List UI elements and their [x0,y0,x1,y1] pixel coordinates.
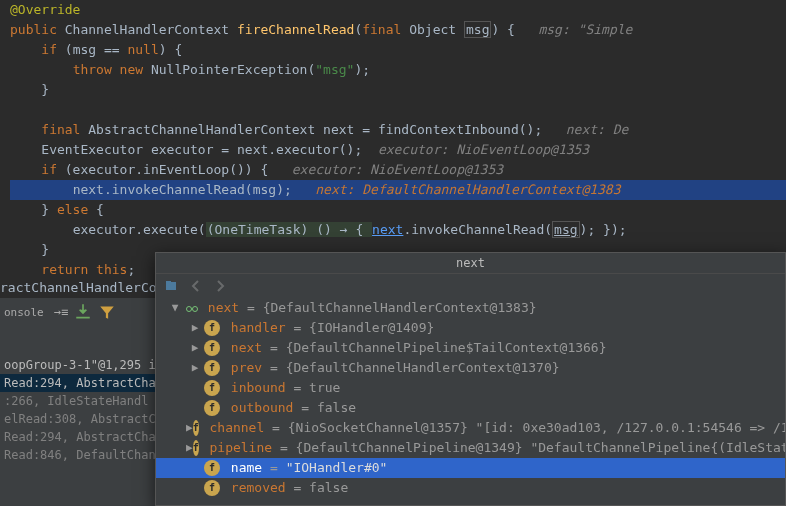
var-value: {NioSocketChannel@1357} "[id: 0xe30ad103… [288,418,785,438]
var-name: channel [202,418,265,438]
var-name: removed [223,478,286,498]
chevron-right-icon[interactable]: ▶ [186,318,204,338]
method-name: fireChannelRead [237,22,354,37]
param-msg: msg [464,21,491,38]
var-value: {DefaultChannelPipeline$TailContext@1366… [286,338,607,358]
field-icon: f [204,460,220,476]
var-value: {DefaultChannelHandlerContext@1370} [286,358,560,378]
forward-icon[interactable] [212,278,228,294]
var-name: prev [223,358,262,378]
var-name: next [200,298,239,318]
frame-row[interactable]: oopGroup-3-1"@1,295 i [0,356,155,374]
tree-row[interactable]: f name = "IOHandler#0" [156,458,785,478]
frame-row[interactable]: Read:294, AbstractCha [0,428,155,446]
tree-row[interactable]: ▶f handler = {IOHandler@1409} [156,318,785,338]
tree-row[interactable]: ▶f pipeline = {DefaultChannelPipeline@13… [156,438,785,458]
code-editor[interactable]: @Override public ChannelHandlerContext f… [0,0,786,280]
popup-toolbar [156,274,785,298]
var-value: "IOHandler#0" [286,458,388,478]
download-icon[interactable] [74,303,92,321]
var-name: next [223,338,262,358]
svg-point-3 [193,307,198,312]
chevron-right-icon[interactable]: ▶ [186,358,204,378]
frame-row-selected[interactable]: Read:294, AbstractCha [0,374,155,392]
chevron-right-icon[interactable]: ▶ [186,338,204,358]
tree-row[interactable]: ▶f next = {DefaultChannelPipeline$TailCo… [156,338,785,358]
svg-point-2 [187,307,192,312]
field-icon: f [193,440,199,456]
glasses-icon [184,300,200,316]
var-name: inbound [223,378,286,398]
var-value: {DefaultChannelPipeline@1349} "DefaultCh… [296,438,785,458]
field-icon: f [204,320,220,336]
var-name: name [223,458,262,478]
field-icon: f [204,480,220,496]
console-label[interactable]: onsole [4,306,44,319]
variable-tree[interactable]: ▼ next = {DefaultChannelHandlerContext@1… [156,298,785,498]
var-name: handler [223,318,286,338]
var-value: false [309,478,348,498]
tree-row[interactable]: f outbound = false [156,398,785,418]
back-icon[interactable] [188,278,204,294]
inline-hint: executor: NioEventLoop@1353 [378,142,589,157]
execution-line[interactable]: next.invokeChannelRead(msg); next: Defau… [10,180,786,200]
variable-inspector-popup[interactable]: next ▼ next = {DefaultChannelHandlerCont… [155,252,786,506]
new-folder-icon[interactable] [164,278,180,294]
var-value: false [317,398,356,418]
link-next[interactable]: next [372,222,403,237]
chevron-down-icon[interactable]: ▼ [166,298,184,318]
truncated-text: ractChannelHandlerCo [0,278,157,298]
inline-hint: executor: NioEventLoop@1353 [292,162,503,177]
annotation: @Override [10,2,80,17]
chevron-right-icon[interactable]: ▶ [186,438,193,458]
field-icon: f [204,400,220,416]
field-icon: f [204,340,220,356]
svg-rect-0 [166,282,176,290]
popup-title: next [156,253,785,274]
tree-row[interactable]: ▼ next = {DefaultChannelHandlerContext@1… [156,298,785,318]
inline-hint: next: DefaultChannelHandlerContext@1383 [315,182,620,197]
spacer [186,398,204,418]
svg-rect-1 [166,281,171,283]
tree-row[interactable]: ▶f channel = {NioSocketChannel@1357} "[i… [156,418,785,438]
field-icon: f [204,380,220,396]
var-value: true [309,378,340,398]
filter-icon[interactable] [98,303,116,321]
inline-hint: msg: "Simple [538,22,632,37]
field-icon: f [193,420,199,436]
keyword: public [10,22,65,37]
tree-row[interactable]: f inbound = true [156,378,785,398]
spacer [186,458,204,478]
var-name: pipeline [202,438,272,458]
spacer [186,378,204,398]
chevron-right-icon[interactable]: ▶ [186,418,193,438]
field-icon: f [204,360,220,376]
inline-hint: next: De [566,122,629,137]
tree-row[interactable]: f removed = false [156,478,785,498]
frame-row[interactable]: elRead:308, AbstractC [0,410,155,428]
var-name: outbound [223,398,293,418]
frame-row[interactable]: Read:846, DefaultChan [0,446,155,464]
tree-row[interactable]: ▶f prev = {DefaultChannelHandlerContext@… [156,358,785,378]
var-value: {DefaultChannelHandlerContext@1383} [263,298,537,318]
spacer [186,478,204,498]
var-value: {IOHandler@1409} [309,318,434,338]
console-toolbar: onsole →≡ [0,298,155,326]
debug-frames-panel[interactable]: onsole →≡ oopGroup-3-1"@1,295 i Read:294… [0,298,155,506]
frame-row[interactable]: :266, IdleStateHandl [0,392,155,410]
